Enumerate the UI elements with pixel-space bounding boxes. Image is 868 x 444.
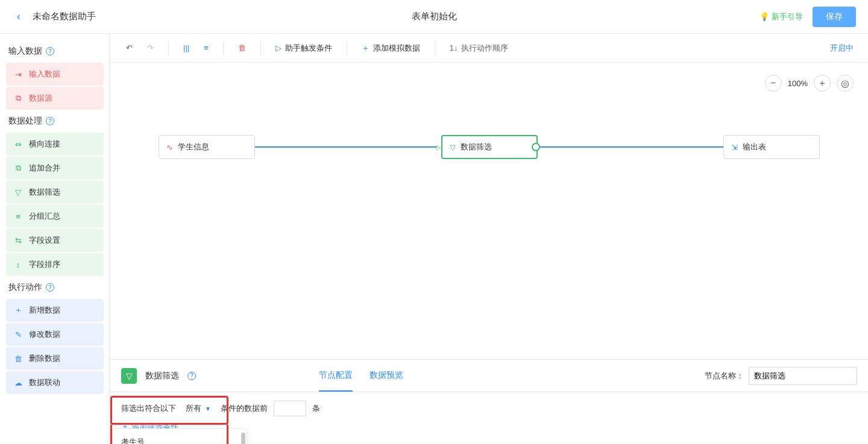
sidebar-item-data-source[interactable]: ⧉数据源 [6,87,104,110]
flow-edge [255,146,441,148]
order-icon: 1↓ [450,43,458,52]
source-icon: ⧉ [13,93,23,103]
tab-data-preview[interactable]: 数据预览 [370,360,403,392]
flow-nodes: ∿学生信息 ▽数据筛选 ⇲输出表 [159,135,820,159]
action-order-button[interactable]: 1↓执行动作顺序 [445,39,514,57]
zoom-percent: 100% [788,79,808,88]
node-name-input[interactable] [749,367,857,385]
header-right: 💡 新手引导 保存 [760,7,856,27]
node-data-filter[interactable]: ▽数据筛选 [441,135,538,159]
node-output-table[interactable]: ⇲输出表 [723,135,820,159]
help-icon[interactable]: ? [46,47,54,55]
sidebar-item-filter[interactable]: ▽数据筛选 [6,181,104,204]
tab-node-config[interactable]: 节点配置 [319,360,353,392]
separator [347,42,347,55]
trigger-button[interactable]: ▷助手触发条件 [271,39,337,57]
node-student-info[interactable]: ∿学生信息 [159,135,255,159]
delete-node-button[interactable]: 🗑 [233,40,251,56]
output-icon: ⇲ [731,143,738,152]
help-icon[interactable]: ? [46,283,54,292]
separator [223,42,224,55]
panel-header: ▽ 数据筛选 ? 节点配置 数据预览 节点名称： [110,360,868,392]
guide-link[interactable]: 💡 新手引导 [760,11,803,22]
canvas-wrap: ↶ ↷ ||| ≡ 🗑 ▷助手触发条件 ＋添加模拟数据 1↓执行动作顺序 开启中… [110,34,868,444]
help-icon[interactable]: ? [187,372,196,380]
config-panel: ▽ 数据筛选 ? 节点配置 数据预览 节点名称： 筛选出符合以下 所有 ▼ [110,359,868,444]
filter-mid: 条件的数据前 [221,403,268,414]
field-dropdown: 考生号 学号 姓名 入学年份 所学专业 班级 本人照片 性别 民族 [112,428,247,444]
separator [260,42,261,55]
sort-icon: ↕ [13,260,23,269]
filter-suffix: 条 [312,403,320,414]
section-process-title: 数据处理 ? [6,111,104,133]
scrollbar-thumb[interactable] [241,433,245,444]
assistant-title: 未命名数据助手 [33,11,96,22]
filter-row: 筛选出符合以下 所有 ▼ 条件的数据前 条 [121,401,857,416]
main-layout: 输入数据 ? ⇥输入数据 ⧉数据源 数据处理 ? ⇔横向连接 ⧉追加合并 ▽数据… [0,34,868,444]
flow-canvas[interactable]: − 100% ＋ ◎ ∿学生信息 ▽数据筛选 ⇲输出表 [110,63,868,359]
add-icon: ＋ [13,305,23,316]
sidebar-item-sort[interactable]: ↕字段排序 [6,253,104,276]
header-left: ‹ 未命名数据助手 [12,8,96,25]
panel-title: 数据筛选 [145,371,179,381]
sidebar-item-append[interactable]: ⧉追加合并 [6,157,104,180]
sidebar-item-delete[interactable]: 🗑删除数据 [6,347,104,370]
filter-mode-select[interactable]: 所有 ▼ [182,402,215,415]
help-icon[interactable]: ? [46,117,54,125]
sidebar: 输入数据 ? ⇥输入数据 ⧉数据源 数据处理 ? ⇔横向连接 ⧉追加合并 ▽数据… [0,34,110,444]
panel-filter-icon: ▽ [121,368,137,384]
node-name-label: 节点名称： [705,371,744,381]
zoom-fit-button[interactable]: ◎ [837,75,854,92]
sidebar-item-add[interactable]: ＋新增数据 [6,299,104,322]
chevron-down-icon: ▼ [205,405,211,412]
add-mock-button[interactable]: ＋添加模拟数据 [357,39,425,57]
zoom-controls: − 100% ＋ ◎ [765,75,854,92]
filter-count-input[interactable] [274,401,306,416]
bulb-icon: 💡 [760,12,769,21]
edit-icon: ✎ [13,330,23,339]
play-icon: ▷ [275,43,281,52]
separator [168,42,169,55]
save-button[interactable]: 保存 [813,7,856,27]
sidebar-item-modify[interactable]: ✎修改数据 [6,323,104,346]
cloud-icon: ☁ [13,378,23,387]
section-input-title: 输入数据 ? [6,41,104,63]
fieldset-icon: ⇆ [13,236,23,245]
layout-horizontal-button[interactable]: ≡ [199,40,213,56]
panel-tabs: 节点配置 数据预览 [319,360,403,392]
separator [435,42,435,55]
plus-icon: ＋ [362,43,370,54]
section-action-title: 执行动作 ? [6,277,104,299]
flow-edge [538,146,724,148]
undo-button[interactable]: ↶ [121,40,137,56]
app-header: ‹ 未命名数据助手 表单初始化 💡 新手引导 保存 [0,0,868,34]
filter-icon: ▽ [13,188,23,197]
status-label[interactable]: 开启中 [826,43,857,54]
canvas-toolbar: ↶ ↷ ||| ≡ 🗑 ▷助手触发条件 ＋添加模拟数据 1↓执行动作顺序 开启中 [110,34,868,63]
redo-button[interactable]: ↷ [142,40,159,56]
hjoin-icon: ⇔ [13,140,23,149]
trash-icon: 🗑 [13,354,23,363]
filter-icon: ▽ [450,143,456,152]
sidebar-item-hjoin[interactable]: ⇔横向连接 [6,133,104,155]
sidebar-item-fieldset[interactable]: ⇆字段设置 [6,229,104,252]
filter-prefix: 筛选出符合以下 [121,403,176,414]
append-icon: ⧉ [13,163,23,173]
layout-vertical-button[interactable]: ||| [178,40,194,56]
zoom-out-button[interactable]: − [765,75,782,92]
group-icon: ≡ [13,212,23,221]
panel-right: 节点名称： [705,367,857,385]
zoom-in-button[interactable]: ＋ [814,75,831,92]
input-icon: ⇥ [13,70,23,79]
sidebar-item-input-data[interactable]: ⇥输入数据 [6,63,104,86]
panel-body: 筛选出符合以下 所有 ▼ 条件的数据前 条 ＋ 添加筛选条件 考生号 [110,392,868,444]
sidebar-item-group[interactable]: ≡分组汇总 [6,205,104,228]
page-title: 表单初始化 [412,11,457,22]
dropdown-item[interactable]: 考生号 [113,433,247,444]
sidebar-item-link[interactable]: ☁数据联动 [6,371,104,394]
source-icon: ∿ [166,143,173,152]
back-button[interactable]: ‹ [12,8,25,25]
guide-label: 新手引导 [772,11,803,22]
